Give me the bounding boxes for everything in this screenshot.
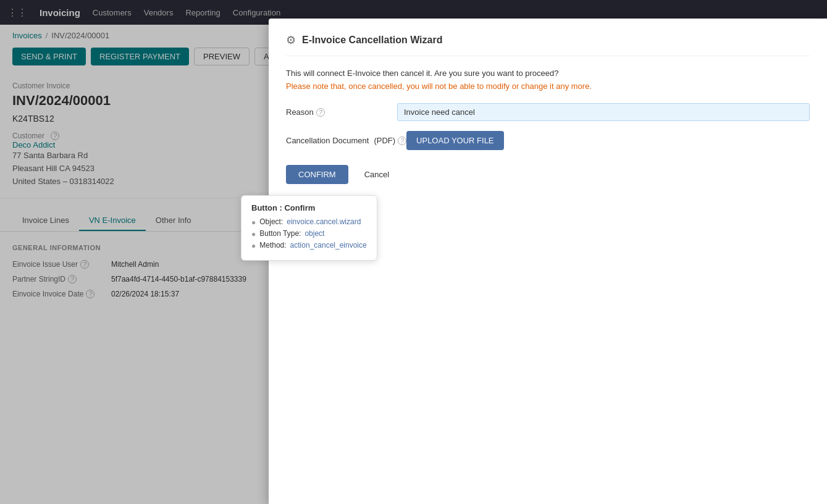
upload-file-button[interactable]: UPLOAD YOUR FILE [406, 131, 503, 150]
cancel-modal-button[interactable]: Cancel [355, 165, 399, 184]
modal-wizard-icon: ⚙ [286, 33, 296, 47]
modal-warning: Please note that, once cancelled, you wi… [286, 82, 810, 91]
confirm-button[interactable]: CONFIRM [286, 165, 348, 184]
modal-dialog: ⚙ E-Invoice Cancellation Wizard This wil… [269, 19, 827, 504]
tooltip-row-0: ● Object: einvoice.cancel.wizard [251, 217, 367, 227]
tooltip-bullet-0: ● [251, 218, 256, 227]
tooltip-row-2: ● Method: action_cancel_einvoice [251, 241, 367, 250]
cancellation-doc-row: Cancellation Document(PDF) ? UPLOAD YOUR… [286, 131, 810, 150]
tooltip-popup: Button : Confirm ● Object: einvoice.canc… [241, 195, 377, 261]
modal-header: ⚙ E-Invoice Cancellation Wizard [286, 33, 810, 56]
reason-help-icon[interactable]: ? [316, 108, 325, 117]
modal-title: E-Invoice Cancellation Wizard [302, 35, 442, 46]
tooltip-bullet-1: ● [251, 230, 256, 238]
cancellation-doc-label: Cancellation Document(PDF) ? [286, 136, 406, 145]
tooltip-title: Button : Confirm [251, 203, 367, 212]
modal-description: This will connect E-Invoice then cancel … [286, 69, 810, 78]
tooltip-row-1: ● Button Type: object [251, 229, 367, 238]
modal-actions: CONFIRM Cancel [286, 165, 810, 184]
reason-label: Reason ? [286, 107, 397, 117]
reason-field-row: Reason ? [286, 103, 810, 121]
tooltip-bullet-2: ● [251, 242, 256, 250]
reason-input[interactable] [397, 103, 810, 121]
cancellation-doc-help[interactable]: ? [398, 136, 406, 145]
